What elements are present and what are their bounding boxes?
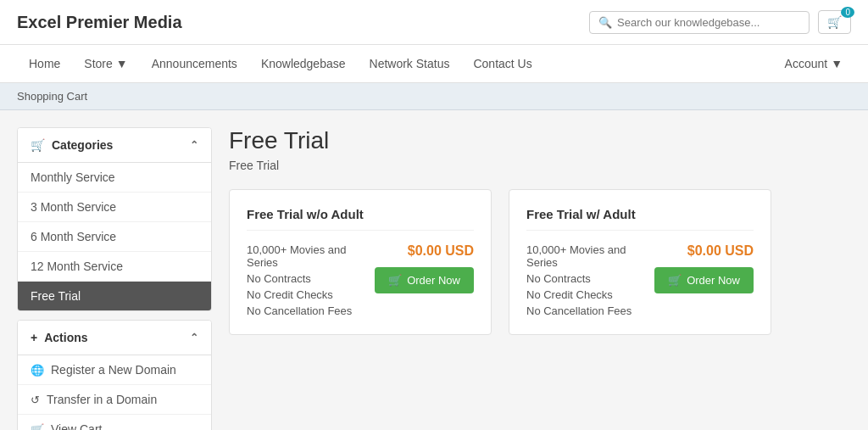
product-features-no-adult: 10,000+ Movies and Series No Contracts N… bbox=[247, 243, 375, 317]
top-header: Excel Premier Media 🔍 🛒 0 bbox=[0, 0, 868, 45]
store-dropdown-icon: ▼ bbox=[116, 57, 128, 70]
search-icon: 🔍 bbox=[598, 16, 612, 29]
nav-bar: Home Store ▼ Announcements Knowledgebase… bbox=[0, 45, 868, 83]
nav-home[interactable]: Home bbox=[17, 45, 72, 82]
action-transfer-domain[interactable]: ↺ Transfer in a Domain bbox=[18, 385, 211, 415]
product-body-no-adult: 10,000+ Movies and Series No Contracts N… bbox=[247, 243, 474, 317]
search-box[interactable]: 🔍 bbox=[589, 11, 810, 34]
actions-section: + Actions ⌃ 🌐 Register a New Domain ↺ Tr… bbox=[17, 320, 212, 430]
view-cart-icon: 🛒 bbox=[31, 423, 44, 431]
cart-badge: 0 bbox=[841, 7, 854, 18]
product-price-order-no-adult: $0.00 USD 🛒 Order Now bbox=[375, 243, 474, 293]
product-title-no-adult: Free Trial w/o Adult bbox=[247, 207, 474, 231]
product-features-adult: 10,000+ Movies and Series No Contracts N… bbox=[526, 243, 654, 317]
nav-network-status[interactable]: Network Status bbox=[358, 45, 462, 82]
products-grid: Free Trial w/o Adult 10,000+ Movies and … bbox=[229, 189, 851, 335]
sidebar: 🛒 Categories ⌃ Monthly Service 3 Month S… bbox=[17, 127, 212, 430]
nav-contact-us[interactable]: Contact Us bbox=[461, 45, 543, 82]
actions-header[interactable]: + Actions ⌃ bbox=[18, 321, 211, 355]
site-title: Excel Premier Media bbox=[17, 13, 182, 32]
categories-label: Categories bbox=[52, 138, 113, 152]
nav-right: Account ▼ bbox=[776, 45, 851, 82]
account-dropdown-icon: ▼ bbox=[831, 57, 843, 70]
nav-account[interactable]: Account ▼ bbox=[776, 45, 851, 82]
feature-1-no-adult: 10,000+ Movies and Series bbox=[247, 243, 375, 269]
main-content: 🛒 Categories ⌃ Monthly Service 3 Month S… bbox=[0, 110, 868, 430]
globe-icon: 🌐 bbox=[31, 364, 44, 377]
product-price-adult: $0.00 USD bbox=[687, 243, 754, 259]
header-right: 🔍 🛒 0 bbox=[589, 10, 851, 34]
cart-sidebar-icon: 🛒 bbox=[31, 138, 45, 152]
action-register-domain[interactable]: 🌐 Register a New Domain bbox=[18, 355, 211, 385]
order-cart-icon-adult: 🛒 bbox=[668, 274, 682, 287]
categories-header[interactable]: 🛒 Categories ⌃ bbox=[18, 128, 211, 163]
sidebar-item-free-trial[interactable]: Free Trial bbox=[18, 282, 211, 310]
categories-section: 🛒 Categories ⌃ Monthly Service 3 Month S… bbox=[17, 127, 212, 311]
product-card-no-adult: Free Trial w/o Adult 10,000+ Movies and … bbox=[229, 189, 492, 335]
actions-label: Actions bbox=[44, 331, 87, 344]
nav-announcements[interactable]: Announcements bbox=[140, 45, 249, 82]
feature-2-adult: No Contracts bbox=[526, 272, 654, 285]
transfer-icon: ↺ bbox=[31, 394, 40, 406]
action-view-cart[interactable]: 🛒 View Cart bbox=[18, 415, 211, 430]
order-button-no-adult[interactable]: 🛒 Order Now bbox=[375, 267, 474, 293]
sidebar-item-12month-service[interactable]: 12 Month Service bbox=[18, 252, 211, 282]
nav-store[interactable]: Store ▼ bbox=[72, 45, 139, 82]
sidebar-item-6month-service[interactable]: 6 Month Service bbox=[18, 222, 211, 252]
categories-chevron: ⌃ bbox=[190, 139, 198, 151]
plus-icon: + bbox=[31, 331, 37, 344]
sidebar-item-3month-service[interactable]: 3 Month Service bbox=[18, 193, 211, 222]
feature-4-no-adult: No Cancellation Fees bbox=[247, 304, 375, 317]
page-subtitle: Free Trial bbox=[229, 159, 851, 172]
order-cart-icon-no-adult: 🛒 bbox=[388, 274, 402, 287]
product-price-no-adult: $0.00 USD bbox=[408, 243, 474, 259]
search-input[interactable] bbox=[617, 16, 800, 29]
feature-3-no-adult: No Credit Checks bbox=[247, 288, 375, 301]
feature-3-adult: No Credit Checks bbox=[526, 288, 654, 301]
cart-button[interactable]: 🛒 0 bbox=[818, 10, 851, 34]
product-card-adult: Free Trial w/ Adult 10,000+ Movies and S… bbox=[509, 189, 771, 335]
content-area: Free Trial Free Trial Free Trial w/o Adu… bbox=[229, 127, 851, 430]
nav-knowledgebase[interactable]: Knowledgebase bbox=[249, 45, 358, 82]
product-price-order-adult: $0.00 USD 🛒 Order Now bbox=[654, 243, 754, 293]
nav-left: Home Store ▼ Announcements Knowledgebase… bbox=[17, 45, 544, 82]
product-body-adult: 10,000+ Movies and Series No Contracts N… bbox=[526, 243, 754, 317]
breadcrumb: Shopping Cart bbox=[0, 83, 868, 110]
feature-2-no-adult: No Contracts bbox=[247, 272, 375, 285]
product-title-adult: Free Trial w/ Adult bbox=[526, 207, 754, 231]
page-title: Free Trial bbox=[229, 127, 851, 154]
feature-1-adult: 10,000+ Movies and Series bbox=[526, 243, 654, 269]
order-button-adult[interactable]: 🛒 Order Now bbox=[654, 267, 754, 293]
sidebar-item-monthly-service[interactable]: Monthly Service bbox=[18, 163, 211, 193]
feature-4-adult: No Cancellation Fees bbox=[526, 304, 654, 317]
actions-chevron: ⌃ bbox=[190, 332, 198, 343]
